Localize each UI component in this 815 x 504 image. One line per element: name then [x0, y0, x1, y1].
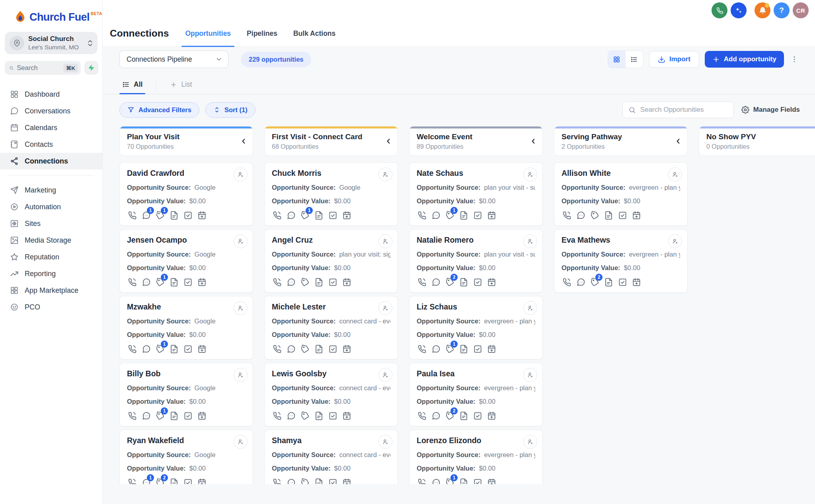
- avatar[interactable]: CR: [793, 2, 809, 18]
- note-icon[interactable]: [314, 477, 324, 484]
- opportunity-card[interactable]: Angel Cruz Opportunity Source: plan your…: [264, 229, 398, 293]
- tab-new-list[interactable]: List: [167, 80, 195, 94]
- search-opportunities[interactable]: [622, 101, 734, 118]
- manage-fields-button[interactable]: Manage Fields: [741, 106, 800, 114]
- assign-follower-button[interactable]: [234, 435, 248, 449]
- call-icon[interactable]: [127, 344, 138, 354]
- assign-follower-button[interactable]: [523, 301, 537, 315]
- sms-icon[interactable]: [141, 411, 152, 421]
- sidebar-search-input[interactable]: [17, 64, 60, 72]
- calendar-plus-icon[interactable]: [341, 411, 352, 421]
- tag-icon[interactable]: 1: [155, 344, 166, 354]
- calendar-plus-icon[interactable]: [486, 210, 497, 221]
- calendar-plus-icon[interactable]: [631, 210, 642, 221]
- calendar-plus-icon[interactable]: [197, 477, 207, 484]
- sms-icon[interactable]: [575, 277, 586, 288]
- tab-opportunities[interactable]: Opportunities: [181, 20, 234, 47]
- call-icon[interactable]: [127, 210, 138, 221]
- opportunity-card[interactable]: Billy Bob Opportunity Source: Google Opp…: [119, 363, 253, 426]
- task-icon[interactable]: [328, 277, 338, 288]
- sidebar-item-dashboard[interactable]: Dashboard: [0, 86, 102, 103]
- opportunity-card[interactable]: Ryan Wakefield Opportunity Source: Googl…: [119, 430, 253, 484]
- sidebar-item-contacts[interactable]: Contacts: [0, 136, 102, 153]
- sms-icon[interactable]: [286, 477, 296, 484]
- assign-follower-button[interactable]: [234, 368, 248, 382]
- calendar-plus-icon[interactable]: [486, 411, 497, 421]
- calendar-plus-icon[interactable]: [341, 344, 352, 354]
- sidebar-search[interactable]: ⌘K: [5, 61, 81, 75]
- assign-follower-button[interactable]: [668, 234, 682, 248]
- call-icon[interactable]: [272, 210, 283, 221]
- sms-icon[interactable]: [286, 344, 296, 354]
- calendar-plus-icon[interactable]: [631, 277, 642, 288]
- opportunity-card[interactable]: Chuck Morris Opportunity Source: Google …: [264, 162, 398, 226]
- grid-view-button[interactable]: [608, 51, 626, 68]
- task-icon[interactable]: [472, 477, 483, 484]
- opportunity-card[interactable]: Paula Isea Opportunity Source: evergreen…: [409, 363, 543, 426]
- tag-icon[interactable]: 1: [445, 344, 455, 354]
- calendar-plus-icon[interactable]: [197, 344, 207, 354]
- note-icon[interactable]: [169, 411, 179, 421]
- opportunity-card[interactable]: Liz Schaus Opportunity Source: evergreen…: [409, 296, 543, 360]
- tab-bulk-actions[interactable]: Bulk Actions: [290, 20, 339, 47]
- opportunity-card[interactable]: Mzwakhe Opportunity Source: Google Oppor…: [119, 296, 253, 360]
- pipeline-selector[interactable]: Connections Pipeline: [119, 51, 228, 68]
- sms-icon[interactable]: [141, 277, 152, 288]
- organization-selector[interactable]: Social Church Lee's Summit, MO: [5, 32, 97, 54]
- sms-icon[interactable]: [141, 344, 152, 354]
- sms-icon[interactable]: [431, 344, 441, 354]
- calendar-plus-icon[interactable]: [341, 277, 352, 288]
- note-icon[interactable]: [458, 477, 469, 484]
- sms-icon[interactable]: [575, 210, 586, 221]
- call-icon[interactable]: [272, 344, 283, 354]
- help-button[interactable]: ?: [774, 2, 790, 18]
- note-icon[interactable]: [314, 277, 324, 288]
- calendar-plus-icon[interactable]: [197, 411, 207, 421]
- note-icon[interactable]: [458, 210, 469, 221]
- assign-follower-button[interactable]: [523, 368, 537, 382]
- sidebar-item-reputation[interactable]: Reputation: [0, 249, 102, 265]
- tag-icon[interactable]: [300, 344, 310, 354]
- tag-icon[interactable]: [300, 277, 310, 288]
- tag-icon[interactable]: [300, 411, 310, 421]
- add-opportunity-button[interactable]: Add opportunity: [705, 51, 784, 68]
- sms-icon[interactable]: [431, 277, 441, 288]
- sidebar-item-pco[interactable]: PCO: [0, 299, 102, 315]
- notifications-button[interactable]: [755, 2, 770, 18]
- call-icon[interactable]: [562, 210, 572, 221]
- opportunity-card[interactable]: Eva Mathews Opportunity Source: evergree…: [554, 229, 688, 293]
- call-icon[interactable]: [417, 277, 427, 288]
- task-icon[interactable]: [472, 344, 483, 354]
- sms-icon[interactable]: [431, 210, 441, 221]
- call-icon[interactable]: [417, 344, 427, 354]
- call-icon[interactable]: [417, 210, 427, 221]
- calendar-plus-icon[interactable]: [341, 477, 352, 484]
- call-icon[interactable]: [127, 411, 138, 421]
- tab-all[interactable]: All: [119, 80, 145, 94]
- sms-icon[interactable]: 1: [141, 477, 152, 484]
- sidebar-item-calendars[interactable]: Calendars: [0, 119, 102, 136]
- assign-follower-button[interactable]: [234, 234, 248, 248]
- sidebar-item-marketing[interactable]: Marketing: [0, 182, 102, 198]
- note-icon[interactable]: [169, 477, 179, 484]
- calendar-plus-icon[interactable]: [341, 210, 352, 221]
- tag-icon[interactable]: 1: [155, 411, 166, 421]
- tag-icon[interactable]: [300, 477, 310, 484]
- call-icon[interactable]: [562, 277, 572, 288]
- tag-icon[interactable]: 1: [300, 210, 310, 221]
- task-icon[interactable]: [617, 210, 628, 221]
- call-icon[interactable]: [272, 277, 283, 288]
- note-icon[interactable]: [458, 277, 469, 288]
- tag-icon[interactable]: 1: [445, 477, 455, 484]
- tag-icon[interactable]: 1: [445, 210, 455, 221]
- list-view-button[interactable]: [626, 51, 643, 68]
- opportunity-card[interactable]: Jensen Ocampo Opportunity Source: Google…: [119, 229, 253, 293]
- collapse-column-button[interactable]: [384, 137, 393, 146]
- assign-follower-button[interactable]: [523, 167, 537, 181]
- sort-button[interactable]: Sort (1): [205, 102, 255, 118]
- task-icon[interactable]: [328, 344, 338, 354]
- sidebar-item-automation[interactable]: Automation: [0, 198, 102, 215]
- task-icon[interactable]: [183, 277, 193, 288]
- tag-icon[interactable]: [589, 210, 600, 221]
- task-icon[interactable]: [183, 411, 193, 421]
